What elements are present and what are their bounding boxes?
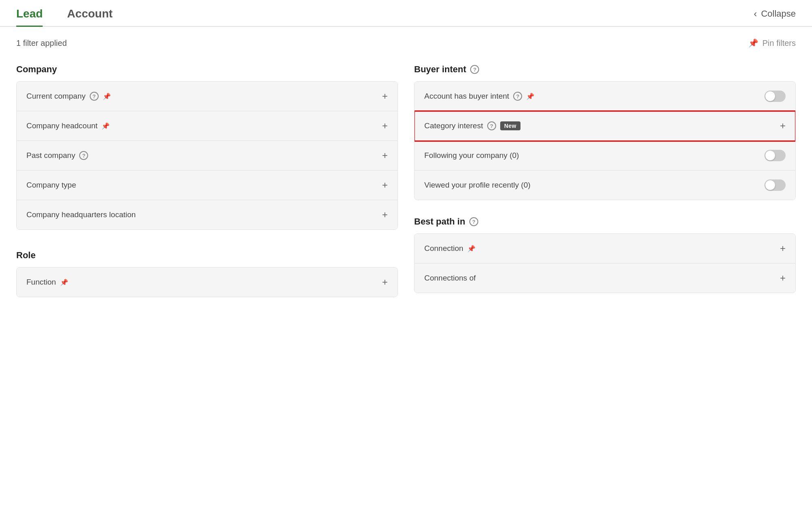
new-badge: New — [500, 121, 520, 130]
account-buyer-intent-label: Account has buyer intent — [424, 92, 509, 101]
past-company-label: Past company — [26, 151, 75, 160]
current-company-item[interactable]: Current company ? 📌 + — [17, 82, 397, 111]
account-buyer-intent-help-icon: ? — [513, 92, 522, 101]
company-hq-plus-icon[interactable]: + — [382, 209, 388, 220]
company-hq-label: Company headquarters location — [26, 210, 136, 219]
company-type-item[interactable]: Company type + — [17, 171, 397, 200]
current-company-pin-icon: 📌 — [103, 93, 111, 100]
following-company-label: Following your company (0) — [424, 151, 519, 160]
company-filter-list: Current company ? 📌 + Company headcount … — [16, 81, 398, 230]
viewed-profile-toggle[interactable] — [764, 179, 786, 191]
category-interest-plus-icon[interactable]: + — [780, 120, 786, 132]
company-headcount-item[interactable]: Company headcount 📌 + — [17, 111, 397, 141]
following-company-item[interactable]: Following your company (0) — [415, 141, 795, 171]
pin-filters-button[interactable]: 📌 Pin filters — [748, 38, 796, 48]
viewed-profile-item[interactable]: Viewed your profile recently (0) — [415, 171, 795, 200]
function-pin-icon: 📌 — [60, 279, 68, 286]
best-path-filter-list: Connection 📌 + Connections of + — [414, 233, 796, 293]
category-interest-help-icon: ? — [487, 121, 496, 130]
account-buyer-intent-item[interactable]: Account has buyer intent ? 📌 — [415, 82, 795, 111]
function-label: Function — [26, 278, 56, 287]
tabs: Lead Account — [16, 7, 112, 26]
company-headcount-label: Company headcount — [26, 121, 97, 130]
best-path-label: Best path in — [414, 216, 465, 227]
company-type-label: Company type — [26, 181, 76, 190]
right-column: Buyer intent ? Account has buyer intent … — [414, 60, 796, 309]
best-path-help-icon: ? — [469, 217, 478, 226]
connection-item[interactable]: Connection 📌 + — [415, 234, 795, 263]
main-grid: Company Current company ? 📌 + Company he — [0, 56, 812, 326]
chevron-left-icon: ‹ — [754, 8, 757, 19]
connection-plus-icon[interactable]: + — [780, 243, 786, 254]
function-item[interactable]: Function 📌 + — [17, 268, 397, 297]
pin-filters-icon: 📌 — [748, 38, 758, 48]
buyer-intent-filter-list: Account has buyer intent ? 📌 Category in… — [414, 81, 796, 200]
best-path-section-header: Best path in ? — [414, 216, 796, 227]
account-buyer-intent-pin-icon: 📌 — [526, 93, 534, 100]
past-company-item[interactable]: Past company ? + — [17, 141, 397, 171]
collapse-label: Collapse — [761, 9, 796, 19]
main-container: Lead Account ‹ Collapse 1 filter applied… — [0, 0, 812, 326]
connections-of-label: Connections of — [424, 274, 476, 283]
collapse-button[interactable]: ‹ Collapse — [754, 8, 796, 25]
role-filter-list: Function 📌 + — [16, 267, 398, 297]
buyer-intent-help-icon: ? — [470, 65, 479, 74]
tab-bar: Lead Account ‹ Collapse — [0, 0, 812, 27]
company-label: Company — [16, 64, 57, 75]
company-hq-item[interactable]: Company headquarters location + — [17, 200, 397, 229]
current-company-plus-icon[interactable]: + — [382, 91, 388, 102]
company-headcount-plus-icon[interactable]: + — [382, 120, 388, 132]
filter-bar: 1 filter applied 📌 Pin filters — [0, 27, 812, 56]
pin-filters-label: Pin filters — [762, 39, 796, 48]
company-headcount-pin-icon: 📌 — [102, 122, 110, 130]
viewed-profile-label: Viewed your profile recently (0) — [424, 181, 531, 190]
left-column: Company Current company ? 📌 + Company he — [16, 60, 398, 309]
role-label: Role — [16, 250, 36, 261]
role-section-header: Role — [16, 250, 398, 261]
category-interest-item[interactable]: Category interest ? New + — [415, 111, 795, 141]
past-company-help-icon: ? — [79, 151, 88, 160]
filter-count: 1 filter applied — [16, 39, 67, 48]
connections-of-item[interactable]: Connections of + — [415, 263, 795, 293]
company-type-plus-icon[interactable]: + — [382, 179, 388, 191]
tab-lead[interactable]: Lead — [16, 7, 43, 26]
role-section: Role Function 📌 + — [16, 246, 398, 309]
buyer-intent-label: Buyer intent — [414, 64, 466, 75]
past-company-plus-icon[interactable]: + — [382, 150, 388, 161]
following-company-toggle[interactable] — [764, 150, 786, 161]
company-section-header: Company — [16, 64, 398, 75]
connection-pin-icon: 📌 — [467, 245, 475, 253]
function-plus-icon[interactable]: + — [382, 276, 388, 288]
current-company-help-icon: ? — [90, 92, 99, 101]
account-buyer-intent-toggle[interactable] — [764, 91, 786, 102]
current-company-label: Current company — [26, 92, 86, 101]
tab-account[interactable]: Account — [67, 7, 112, 26]
category-interest-label: Category interest — [424, 121, 483, 130]
connections-of-plus-icon[interactable]: + — [780, 272, 786, 284]
buyer-intent-section-header: Buyer intent ? — [414, 64, 796, 75]
connection-label: Connection — [424, 244, 463, 253]
